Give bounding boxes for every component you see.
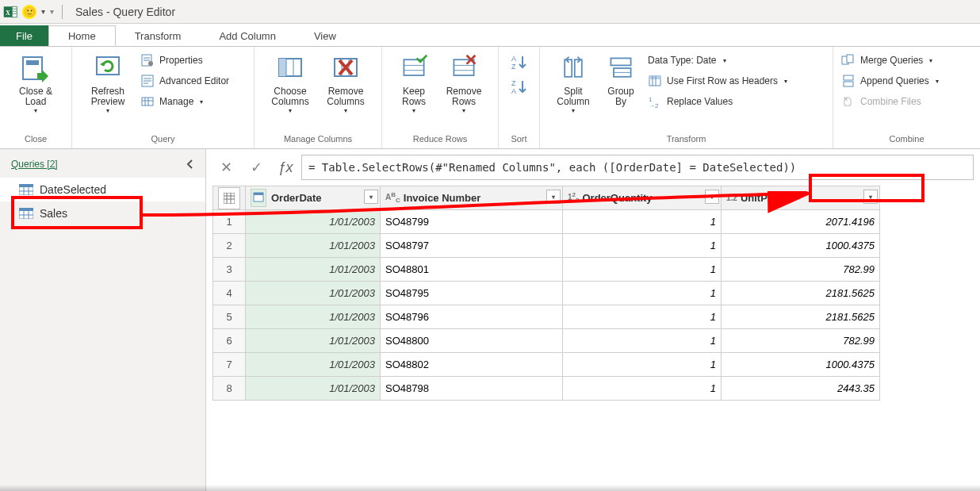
cell-price[interactable]: 2181.5625 (722, 305, 880, 329)
content-area: Queries [2] DateSelected Sales ✕ ✓ ƒx = … (0, 149, 980, 491)
row-number[interactable]: 8 (213, 377, 246, 401)
data-type-button[interactable]: Data Type: Date▾ (648, 50, 787, 71)
excel-icon: X (3, 5, 17, 19)
tab-add-column[interactable]: Add Column (200, 25, 295, 46)
fx-icon[interactable]: ƒx (273, 159, 298, 176)
header-orderdate[interactable]: OrderDate ▾ (246, 186, 381, 210)
filter-price[interactable]: ▾ (863, 190, 878, 204)
tab-transform[interactable]: Transform (116, 25, 201, 46)
row-number[interactable]: 2 (213, 234, 246, 258)
cell-price[interactable]: 782.99 (722, 258, 880, 282)
header-orderquantity[interactable]: 123 OrderQuantity ▾ (563, 186, 722, 210)
filter-invoice[interactable]: ▾ (546, 190, 561, 204)
first-row-headers-button[interactable]: Use First Row as Headers▾ (648, 71, 787, 91)
append-queries-button[interactable]: Append Queries▾ (841, 71, 939, 91)
formula-input[interactable]: = Table.SelectRows(#"Renamed Columns", e… (301, 155, 974, 180)
table-row[interactable]: 11/01/2003SO4879912071.4196 (213, 210, 880, 234)
close-load-button[interactable]: Close & Load ▾ (8, 50, 63, 116)
remove-columns-button[interactable]: Remove Columns ▾ (318, 50, 373, 116)
cell-price[interactable]: 2181.5625 (722, 282, 880, 305)
cell-orderdate[interactable]: 1/01/2003 (246, 353, 381, 377)
cell-price[interactable]: 2071.4196 (722, 210, 880, 234)
group-close: Close & Load ▾ Close (0, 47, 72, 148)
cell-qty[interactable]: 1 (563, 377, 722, 401)
cell-price[interactable]: 1000.4375 (722, 353, 880, 377)
collapse-pane-icon[interactable] (182, 155, 199, 173)
smiley-dropdown[interactable]: ▾ (41, 7, 45, 16)
row-number[interactable]: 3 (213, 258, 246, 282)
cell-orderdate[interactable]: 1/01/2003 (246, 305, 381, 329)
row-number[interactable]: 4 (213, 282, 246, 305)
cell-orderdate[interactable]: 1/01/2003 (246, 282, 381, 305)
cell-price[interactable]: 1000.4375 (722, 234, 880, 258)
table-icon (19, 208, 33, 219)
sort-descending-button[interactable]: Z A (510, 78, 529, 99)
cell-qty[interactable]: 1 (563, 258, 722, 282)
query-item-dateselected[interactable]: DateSelected (0, 178, 205, 201)
queries-header[interactable]: Queries [2] (0, 155, 205, 178)
cell-invoice[interactable]: SO48796 (381, 305, 563, 329)
cell-orderdate[interactable]: 1/01/2003 (246, 234, 381, 258)
advanced-editor-button[interactable]: Advanced Editor (140, 71, 229, 91)
keep-rows-button[interactable]: Keep Rows ▾ (390, 50, 438, 116)
svg-rect-59 (19, 208, 33, 211)
remove-rows-button[interactable]: Remove Rows ▾ (438, 50, 490, 116)
formula-cancel-button[interactable]: ✕ (212, 154, 239, 181)
properties-button[interactable]: Properties (140, 50, 229, 71)
refresh-preview-button[interactable]: Refresh Preview ▾ (80, 50, 136, 116)
cell-qty[interactable]: 1 (563, 329, 722, 353)
group-combine: Merge Queries▾ Append Queries▾ Combine F… (833, 47, 980, 148)
table-row[interactable]: 71/01/2003SO4880211000.4375 (213, 353, 880, 377)
tab-home[interactable]: Home (48, 25, 116, 46)
row-number[interactable]: 6 (213, 329, 246, 353)
qat-overflow[interactable]: ▾ (50, 7, 54, 16)
corner-cell[interactable] (213, 186, 246, 210)
cell-qty[interactable]: 1 (563, 234, 722, 258)
row-number[interactable]: 5 (213, 305, 246, 329)
merge-queries-button[interactable]: Merge Queries▾ (841, 50, 939, 71)
filter-orderdate[interactable]: ▾ (364, 190, 378, 204)
cell-price[interactable]: 782.99 (722, 329, 880, 353)
query-item-sales[interactable]: Sales (0, 201, 205, 225)
tab-view[interactable]: View (295, 25, 355, 46)
formula-accept-button[interactable]: ✓ (243, 154, 270, 181)
table-row[interactable]: 41/01/2003SO4879512181.5625 (213, 282, 880, 305)
row-number[interactable]: 7 (213, 353, 246, 377)
filter-qty[interactable]: ▾ (705, 190, 719, 204)
cell-invoice[interactable]: SO48798 (381, 377, 563, 401)
cell-orderdate[interactable]: 1/01/2003 (246, 258, 381, 282)
table-row[interactable]: 31/01/2003SO488011782.99 (213, 258, 880, 282)
table-row[interactable]: 21/01/2003SO4879711000.4375 (213, 234, 880, 258)
cell-orderdate[interactable]: 1/01/2003 (246, 329, 381, 353)
cell-invoice[interactable]: SO48795 (381, 282, 563, 305)
row-number[interactable]: 1 (213, 210, 246, 234)
header-invoice[interactable]: ABC Invoice Number ▾ (381, 186, 563, 210)
tab-file[interactable]: File (0, 25, 48, 46)
cell-invoice[interactable]: SO48800 (381, 329, 563, 353)
cell-invoice[interactable]: SO48801 (381, 258, 563, 282)
cell-orderdate[interactable]: 1/01/2003 (246, 210, 381, 234)
group-by-button[interactable]: Group By (599, 50, 643, 109)
table-row[interactable]: 81/01/2003SO4879812443.35 (213, 377, 880, 401)
choose-columns-button[interactable]: Choose Columns ▾ (262, 50, 318, 116)
replace-values-button[interactable]: 1→2 Replace Values (648, 91, 787, 112)
split-column-button[interactable]: Split Column ▾ (548, 50, 599, 116)
cell-invoice[interactable]: SO48799 (381, 210, 563, 234)
cell-orderdate[interactable]: 1/01/2003 (246, 377, 381, 401)
cell-qty[interactable]: 1 (563, 353, 722, 377)
cell-price[interactable]: 2443.35 (722, 377, 880, 401)
table-row[interactable]: 61/01/2003SO488001782.99 (213, 329, 880, 353)
smiley-icon[interactable]: 🙂 (22, 5, 36, 19)
table-row[interactable]: 51/01/2003SO4879612181.5625 (213, 305, 880, 329)
title-divider (62, 5, 63, 19)
header-unitprice[interactable]: 1.2 UnitPrice ▾ (722, 186, 880, 210)
cell-qty[interactable]: 1 (563, 282, 722, 305)
sort-ascending-button[interactable]: A Z (510, 53, 529, 75)
manage-button[interactable]: Manage▾ (140, 91, 229, 112)
cell-qty[interactable]: 1 (563, 210, 722, 234)
svg-text:A: A (511, 55, 516, 63)
cell-qty[interactable]: 1 (563, 305, 722, 329)
cell-invoice[interactable]: SO48797 (381, 234, 563, 258)
cell-invoice[interactable]: SO48802 (381, 353, 563, 377)
table-icon (224, 193, 235, 204)
